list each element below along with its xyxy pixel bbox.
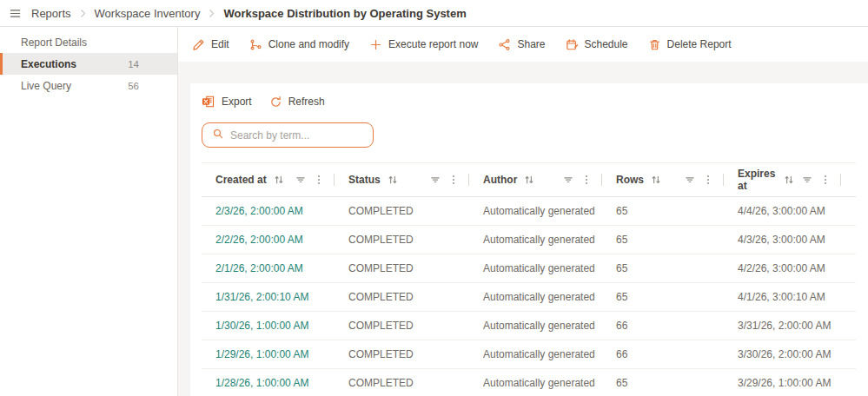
sort-icon[interactable] [523,174,535,186]
table-row: 2/3/26, 2:00:00 AMCOMPLETEDAutomatically… [202,197,856,226]
sidebar-item-live-query[interactable]: Live Query56 [0,75,177,96]
table-body: 2/3/26, 2:00:00 AMCOMPLETEDAutomatically… [202,197,856,396]
cell-expires-at: 3/29/26, 1:00:00 AM [724,377,841,389]
export-button-label: Export [222,96,252,108]
cell-status: COMPLETED [335,348,469,360]
calendar-icon [566,38,579,51]
breadcrumb-bar: ReportsWorkspace InventoryWorkspace Dist… [0,0,868,27]
refresh-button-label: Refresh [288,96,325,108]
sidebar-item-report-details[interactable]: Report Details [0,31,177,53]
column-header-menu [429,174,469,186]
table-row: 2/2/26, 2:00:00 AMCOMPLETEDAutomatically… [202,226,856,254]
table-row: 1/31/26, 2:00:10 AMCOMPLETEDAutomaticall… [202,283,856,312]
search-box[interactable] [202,122,374,148]
executions-table: Created atStatusAuthorRowsExpires at 2/3… [202,162,856,396]
created-at-link[interactable]: 1/30/26, 1:00:00 AM [202,320,335,332]
column-header-menu [801,174,841,186]
edit-button[interactable]: Edit [192,38,229,51]
created-at-link[interactable]: 1/31/26, 2:00:10 AM [202,291,335,303]
schedule-button-label: Schedule [585,38,628,50]
column-header-label: Author [483,174,517,186]
sort-icon[interactable] [783,174,795,186]
column-header-expires-at: Expires at [724,163,841,196]
results-toolbar: Export Refresh [202,95,856,109]
cell-status: COMPLETED [335,320,469,332]
search-icon [212,128,224,142]
table-row: 1/29/26, 1:00:00 AMCOMPLETEDAutomaticall… [202,340,856,369]
refresh-icon [269,96,282,109]
report-actions-toolbar: EditClone and modifyExecute report nowSh… [178,27,868,62]
column-header-menu [295,174,335,186]
cell-expires-at: 4/2/26, 3:00:00 AM [724,262,841,274]
refresh-button[interactable]: Refresh [269,96,325,109]
share-button-label: Share [517,38,545,50]
column-menu-icon[interactable] [702,174,714,186]
cell-author: Automatically generated [469,205,602,217]
chevron-right-icon [206,8,217,19]
plus-icon [369,38,382,51]
created-at-link[interactable]: 2/2/26, 2:00:00 AM [202,234,335,246]
cell-rows: 65 [602,291,724,303]
created-at-link[interactable]: 2/3/26, 2:00:00 AM [202,205,335,217]
schedule-button[interactable]: Schedule [566,38,628,51]
app-window: ReportsWorkspace InventoryWorkspace Dist… [0,0,868,396]
cell-rows: 65 [602,262,724,274]
column-header-label: Expires at [738,168,777,192]
share-button[interactable]: Share [498,38,545,51]
sidebar-item-count: 14 [128,59,139,69]
breadcrumb-link-workspace-inventory[interactable]: Workspace Inventory [95,7,201,20]
filter-icon[interactable] [684,174,696,186]
sort-icon[interactable] [273,174,285,186]
breadcrumb-link-reports[interactable]: Reports [31,7,71,20]
filter-icon[interactable] [429,174,441,186]
cell-expires-at: 3/30/26, 2:00:00 AM [724,348,841,360]
filter-icon[interactable] [562,174,574,186]
sidebar-item-label: Executions [21,58,76,70]
created-at-link[interactable]: 1/29/26, 1:00:00 AM [202,348,335,360]
created-at-link[interactable]: 1/28/26, 1:00:00 AM [202,377,335,389]
main-area: Report DetailsExecutions14Live Query56 E… [0,27,868,396]
column-menu-icon[interactable] [819,174,832,186]
excel-export-icon [202,95,215,109]
delete-report-button[interactable]: Delete Report [648,38,732,51]
sidebar: Report DetailsExecutions14Live Query56 [0,27,178,396]
clone-and-modify-button[interactable]: Clone and modify [249,38,349,51]
pencil-icon [192,38,205,51]
clone-and-modify-button-label: Clone and modify [268,38,349,50]
cell-author: Automatically generated [469,262,602,274]
column-header-filler [841,163,856,196]
column-header-label: Status [348,174,381,186]
sidebar-item-label: Live Query [21,80,71,92]
column-header-created-at: Created at [202,163,335,196]
edit-button-label: Edit [211,38,229,50]
column-header-label: Rows [616,174,644,186]
created-at-link[interactable]: 2/1/26, 2:00:00 AM [202,262,335,274]
sort-icon[interactable] [387,174,399,186]
search-input[interactable] [230,129,363,142]
column-menu-icon[interactable] [447,174,460,186]
sort-icon[interactable] [650,174,662,186]
cell-status: COMPLETED [335,377,469,389]
cell-rows: 66 [602,320,724,332]
cell-author: Automatically generated [469,234,602,246]
column-menu-icon[interactable] [313,174,325,186]
filter-icon[interactable] [801,174,813,186]
export-button[interactable]: Export [202,95,252,109]
sidebar-item-executions[interactable]: Executions14 [0,53,177,75]
content-area: EditClone and modifyExecute report nowSh… [178,27,868,396]
column-menu-icon[interactable] [580,174,593,186]
execute-report-now-button[interactable]: Execute report now [369,38,478,51]
table-row: 2/1/26, 2:00:00 AMCOMPLETEDAutomatically… [202,254,856,283]
cell-status: COMPLETED [335,291,469,303]
filter-icon[interactable] [295,174,307,186]
cell-author: Automatically generated [469,377,602,389]
breadcrumb-current: Workspace Distribution by Operating Syst… [223,7,466,20]
column-header-menu [562,174,602,186]
cell-rows: 65 [602,377,724,389]
chevron-right-icon [77,8,89,19]
cell-rows: 65 [602,234,724,246]
menu-icon[interactable] [9,7,22,20]
cell-author: Automatically generated [469,320,602,332]
share-icon [498,38,511,51]
cell-author: Automatically generated [469,291,602,303]
